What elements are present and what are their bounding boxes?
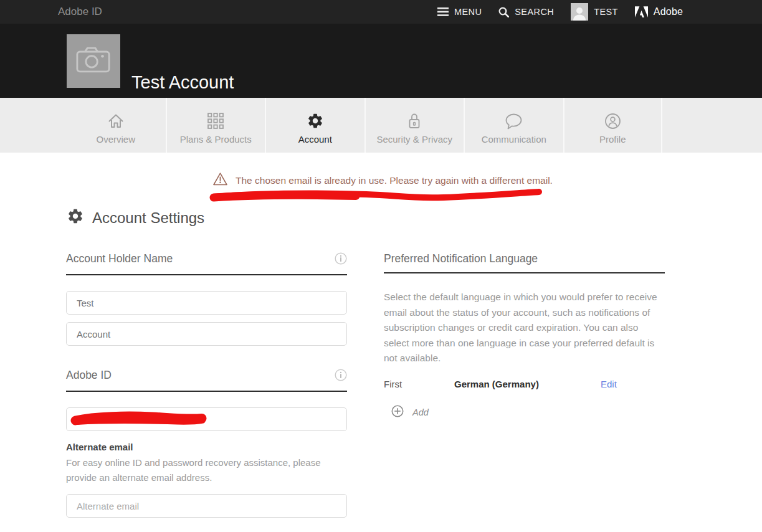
tab-security-privacy[interactable]: Security & Privacy: [364, 98, 464, 153]
section-header: Account Holder Name: [66, 252, 347, 275]
tab-label: Plans & Products: [180, 134, 252, 145]
grid-icon: [207, 111, 224, 131]
notification-language-section: Preferred Notification Language Select t…: [384, 252, 665, 420]
adobe-id-email-input[interactable]: [66, 407, 347, 431]
tab-label: Overview: [96, 134, 135, 145]
person-circle-icon: [604, 111, 621, 131]
edit-language-link[interactable]: Edit: [601, 379, 617, 389]
last-name-input[interactable]: [66, 322, 347, 346]
adobe-id-field-wrapper: [66, 407, 347, 431]
section-tabs: Overview Plans & Products: [0, 98, 762, 153]
menu-label: MENU: [454, 7, 482, 17]
page-title-text: Account Settings: [92, 209, 204, 227]
gear-icon: [307, 111, 324, 131]
tab-account[interactable]: Account: [265, 98, 364, 153]
section-title: Adobe ID: [66, 369, 112, 382]
first-language-value: German (Germany): [454, 379, 601, 389]
tab-communication[interactable]: Communication: [464, 98, 563, 153]
site-brand[interactable]: Adobe ID: [58, 0, 102, 24]
tab-label: Security & Privacy: [376, 134, 452, 145]
tab-label: Communication: [482, 134, 546, 145]
annotation-red-underline: [209, 187, 543, 204]
warning-triangle-icon: [212, 172, 228, 189]
add-language-button[interactable]: Add: [384, 405, 665, 420]
tab-label: Profile: [599, 134, 626, 145]
alert-message: The chosen email is already in use. Plea…: [236, 175, 553, 186]
account-content: The chosen email is already in use. Plea…: [0, 153, 762, 532]
adobe-label: Adobe: [654, 6, 683, 17]
tabs-row: Overview Plans & Products: [66, 98, 662, 153]
circle-plus-icon: [391, 405, 404, 420]
user-label: TEST: [594, 7, 618, 17]
home-icon: [107, 111, 125, 131]
section-header: Preferred Notification Language: [384, 252, 665, 273]
camera-icon: [75, 45, 112, 77]
first-name-input[interactable]: [66, 291, 347, 315]
search-label: SEARCH: [515, 7, 554, 17]
first-language-label: First: [384, 379, 454, 389]
account-hero: Test Account: [0, 24, 762, 98]
lock-icon: [407, 111, 421, 131]
user-menu-button[interactable]: TEST: [571, 3, 618, 21]
gear-icon: [67, 207, 84, 229]
info-icon[interactable]: [335, 369, 347, 384]
language-description: Select the default language in which you…: [384, 290, 665, 366]
search-icon: [498, 7, 509, 17]
tab-overview[interactable]: Overview: [66, 98, 166, 153]
user-avatar-icon: [571, 3, 588, 21]
profile-photo-placeholder[interactable]: [67, 34, 120, 88]
adobe-logo-icon: [635, 6, 648, 18]
tab-label: Account: [298, 134, 332, 145]
adobe-home-link[interactable]: Adobe: [635, 6, 683, 18]
search-button[interactable]: SEARCH: [498, 7, 554, 17]
alternate-email-help: For easy online ID and password recovery…: [66, 455, 347, 485]
section-header: Adobe ID: [66, 369, 347, 392]
account-holder-section: Account Holder Name Adobe ID: [66, 252, 347, 518]
menu-button[interactable]: MENU: [437, 7, 482, 17]
top-navigation: MENU SEARCH TEST Adobe: [437, 0, 683, 24]
speech-bubble-icon: [505, 111, 523, 131]
email-error-alert: The chosen email is already in use. Plea…: [212, 172, 553, 189]
alternate-email-input[interactable]: [66, 494, 347, 518]
section-title: Account Holder Name: [66, 252, 173, 265]
tab-profile[interactable]: Profile: [563, 98, 663, 153]
first-language-row: First German (Germany) Edit: [384, 379, 665, 389]
adobe-id-account-page: Adobe ID MENU SEARCH TEST: [0, 0, 762, 532]
info-icon[interactable]: [335, 252, 347, 267]
page-title: Account Settings: [67, 207, 204, 229]
add-language-label: Add: [412, 407, 429, 417]
top-bar: Adobe ID MENU SEARCH TEST: [0, 0, 762, 24]
alternate-email-label: Alternate email: [66, 442, 347, 452]
tab-plans-products[interactable]: Plans & Products: [166, 98, 265, 153]
account-title: Test Account: [131, 72, 234, 93]
hamburger-icon: [437, 7, 449, 16]
section-title: Preferred Notification Language: [384, 252, 538, 265]
